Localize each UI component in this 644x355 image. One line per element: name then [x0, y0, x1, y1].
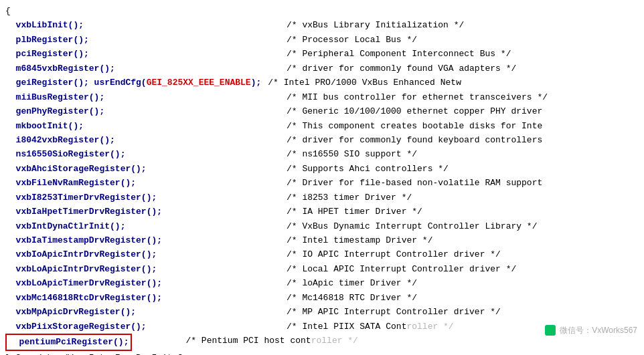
code-comment: /* IA HPET timer Driver */: [287, 205, 422, 219]
code-line: vxbI8253TimerDrvRegister(); /* i8253 tim…: [5, 191, 639, 205]
code-function: ns16550SioRegister();: [5, 147, 233, 161]
code-comment: /* Local APIC Interrupt Controller drive…: [287, 262, 516, 276]
code-line: m6845vxbRegister(); /* driver for common…: [5, 62, 639, 76]
code-function: vxbLoApicIntrDrvRegister();: [5, 262, 233, 276]
code-line: vxbPiixStorageRegister(); /* Intel PIIX …: [5, 320, 639, 334]
code-container: { vxbLibInit(); /* vxBus Library Initial…: [0, 0, 644, 355]
code-brace: {: [5, 4, 11, 18]
code-comment: /* vxBus Library Initialization */: [287, 18, 464, 32]
code-comment: /* Generic 10/100/1000 ethernet copper P…: [287, 104, 542, 118]
code-function: vxbIaHpetTimerDrvRegister();: [5, 205, 233, 219]
highlighted-function: pentiumPciRegister();: [5, 334, 132, 350]
code-line: vxbLoApicTimerDrvRegister(); /* loApic t…: [5, 276, 639, 290]
code-comment: /* Peripheral Component Interconnect Bus…: [287, 47, 511, 61]
code-function: vxbPiixStorageRegister();: [5, 320, 233, 334]
code-line: vxbMc146818RtcDrvRegister(); /* Mc146818…: [5, 291, 639, 305]
code-line: plbRegister(); /* Processor Local Bus */: [5, 33, 639, 47]
code-function: vxbIntDynaCtlrInit();: [5, 219, 233, 233]
code-line: genPhyRegister(); /* Generic 10/100/1000…: [5, 104, 639, 118]
code-line: vxbMpApicDrvRegister(); /* MP APIC Inter…: [5, 305, 639, 319]
code-function: vxbI8253TimerDrvRegister();: [5, 191, 233, 205]
code-function: genPhyRegister();: [5, 104, 233, 118]
code-comment: /* MII bus controller for ethernet trans…: [287, 90, 548, 104]
code-line: vxbLibInit(); /* vxBus Library Initializ…: [5, 18, 639, 32]
code-line: vxbLoApicIntrDrvRegister(); /* Local API…: [5, 262, 639, 276]
code-function: vxbMpApicDrvRegister();: [5, 305, 233, 319]
code-comment: /* Supports Ahci controllers */: [287, 162, 449, 176]
code-comment: /* Intel timestamp Driver */: [287, 233, 432, 247]
code-line: i8042vxbRegister(); /* driver for common…: [5, 133, 639, 147]
code-comment: /* This component creates bootable disks…: [287, 119, 542, 133]
code-function: vxbFileNvRamRegister();: [5, 176, 233, 190]
code-function: miiBusRegister();: [5, 90, 233, 104]
code-line-highlighted: pentiumPciRegister(); /* Pentium PCI hos…: [5, 334, 639, 350]
code-line: vxbIaHpetTimerDrvRegister(); /* IA HPET …: [5, 205, 639, 219]
code-line: vxbIaTimestampDrvRegister(); /* Intel ti…: [5, 233, 639, 247]
code-line: miiBusRegister(); /* MII bus controller …: [5, 90, 639, 104]
code-function: geiRegister(); usrEndCfg(GEI_825XX_EEE_E…: [5, 76, 261, 90]
code-function: vxbAhciStorageRegister();: [5, 162, 233, 176]
code-line: vxbFileNvRamRegister(); /* Driver for fi…: [5, 176, 639, 190]
code-line: {: [5, 4, 639, 18]
code-function: vxbLibInit();: [5, 18, 233, 32]
code-function: pciRegister();: [5, 47, 233, 61]
code-function: mkbootInit();: [5, 119, 233, 133]
code-comment: /* IO APIC Interrupt Controller driver *…: [287, 247, 501, 261]
code-function: vxbLoApicTimerDrvRegister();: [5, 276, 233, 290]
code-function: i8042vxbRegister();: [5, 133, 233, 147]
code-comment: /* i8253 timer Driver */: [287, 191, 412, 205]
code-comment: /* VxBus Dynamic Interrupt Controller Li…: [287, 219, 537, 233]
code-comment: /* driver for commonly found VGA adapter…: [287, 62, 516, 76]
code-line: mkbootInit(); /* This component creates …: [5, 119, 639, 133]
code-comment: /* driver for commonly found keyboard co…: [287, 133, 542, 147]
code-line: vxbIntDynaCtlrInit(); /* VxBus Dynamic I…: [5, 219, 639, 233]
code-comment: /* MP APIC Interrupt Controller driver *…: [287, 305, 501, 319]
code-comment: /* Mc146818 RTC Driver */: [287, 291, 417, 305]
code-comment: /* Intel PIIX SATA Controller */: [287, 320, 454, 334]
code-comment: /* Intel PRO/1000 VxBus Enhanced Netw: [268, 76, 461, 90]
code-line: pciRegister(); /* Peripheral Component I…: [5, 47, 639, 61]
code-line: geiRegister(); usrEndCfg(GEI_825XX_EEE_E…: [5, 76, 639, 90]
code-function: plbRegister();: [5, 33, 233, 47]
code-line: ns16550SioRegister(); /* ns16550 SIO sup…: [5, 147, 639, 161]
code-brace: } ? end hardWareInterFaceBusInit ?: [5, 351, 183, 356]
code-function: vxbMc146818RtcDrvRegister();: [5, 291, 233, 305]
code-line: vxbIoApicIntrDrvRegister(); /* IO APIC I…: [5, 247, 639, 261]
code-comment: /* Driver for file-based non-volatile RA…: [287, 176, 542, 190]
code-comment: /* Pentium PCI host controller */: [185, 334, 357, 350]
code-line: vxbAhciStorageRegister(); /* Supports Ah…: [5, 162, 639, 176]
code-comment: /* ns16550 SIO support */: [287, 147, 417, 161]
code-comment: /* loApic timer Driver */: [287, 276, 417, 290]
code-function: vxbIoApicIntrDrvRegister();: [5, 247, 233, 261]
code-function: vxbIaTimestampDrvRegister();: [5, 233, 233, 247]
code-function: m6845vxbRegister();: [5, 62, 233, 76]
code-line: } ? end hardWareInterFaceBusInit ?: [5, 351, 639, 356]
code-comment: /* Processor Local Bus */: [287, 33, 417, 47]
